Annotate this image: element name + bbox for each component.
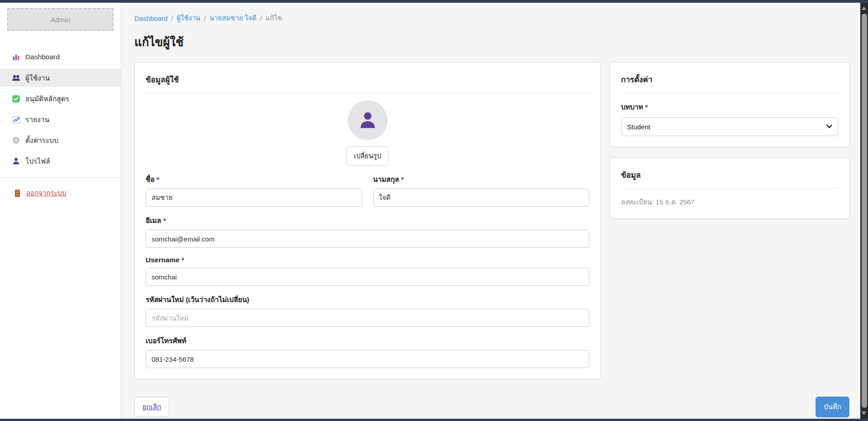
first-name-input[interactable] [146, 189, 362, 207]
form-actions: ยกเลิก บันทึก [134, 397, 849, 417]
username-input[interactable] [146, 268, 589, 286]
sidebar-item-approve-courses[interactable]: อนุมัติหลักสูตร [0, 90, 121, 108]
right-column: การตั้งค่า บทบาท * Student [610, 62, 849, 219]
breadcrumb: Dashboard / ผู้ใช้งาน / นายสมชาย ใจดี / … [134, 13, 849, 24]
brand-label: Admin [51, 16, 70, 24]
breadcrumb-user-name[interactable]: นายสมชาย ใจดี [209, 13, 256, 24]
scrollbar-thumb[interactable] [862, 14, 867, 408]
door-icon [14, 189, 21, 198]
logout-label: ออกจากระบบ [26, 188, 66, 199]
browser-top-edge [0, 0, 868, 3]
sidebar-item-label: Dashboard [25, 53, 60, 61]
first-name-field-group: ชื่อ * [146, 174, 362, 207]
role-select[interactable]: Student [621, 117, 838, 136]
sidebar-item-label: ผู้ใช้งาน [25, 72, 50, 84]
sidebar-item-label: อนุมัติหลักสูตร [25, 93, 69, 104]
save-button[interactable]: บันทึก [816, 397, 849, 417]
sidebar: Admin Dashboard [0, 3, 121, 419]
scroll-down-arrow-icon[interactable] [862, 412, 866, 415]
page-title: แก้ไขผู้ใช้ [134, 33, 849, 51]
sidebar-divider [0, 177, 121, 178]
password-label: รหัสผ่านใหม่ (เว้นว่างถ้าไม่เปลี่ยน) [146, 294, 589, 305]
vertical-scrollbar[interactable] [860, 3, 868, 419]
sidebar-item-system-settings[interactable]: ตั้งค่าระบบ [0, 131, 121, 149]
new-password-input[interactable] [146, 309, 589, 327]
person-icon [357, 110, 378, 131]
line-chart-icon [12, 115, 20, 124]
gear-icon [12, 136, 20, 145]
bar-chart-icon [12, 53, 20, 61]
username-field-group: Username * [146, 256, 589, 286]
breadcrumb-current: แก้ไข [266, 13, 282, 24]
browser-bottom-edge [0, 419, 868, 421]
brand-placeholder: Admin [7, 8, 114, 31]
required-asterisk: * [181, 256, 184, 264]
check-icon [12, 95, 20, 103]
logout-link[interactable]: ออกจากระบบ [0, 188, 121, 199]
required-asterisk: * [645, 103, 648, 111]
sidebar-item-reports[interactable]: รายงาน [0, 110, 121, 128]
sidebar-item-label: โปรไฟล์ [25, 156, 50, 167]
last-name-label: นามสกุล * [373, 174, 590, 185]
cancel-button[interactable]: ยกเลิก [134, 397, 169, 417]
password-field-group: รหัสผ่านใหม่ (เว้นว่างถ้าไม่เปลี่ยน) [146, 294, 589, 327]
phone-label: เบอร์โทรศัพท์ [146, 335, 589, 346]
required-asterisk: * [401, 175, 404, 183]
scroll-up-arrow-icon[interactable] [862, 6, 866, 10]
sidebar-item-label: รายงาน [25, 114, 49, 125]
info-card: ข้อมูล ลงทะเบียน: 15 ธ.ค. 2567 [610, 157, 849, 219]
breadcrumb-separator: / [171, 14, 173, 22]
breadcrumb-users[interactable]: ผู้ใช้งาน [177, 13, 200, 24]
card-title-settings: การตั้งค่า [621, 73, 838, 93]
phone-input[interactable] [146, 350, 589, 368]
required-asterisk: * [157, 175, 159, 183]
change-photo-button[interactable]: เปลี่ยนรูป [346, 147, 388, 166]
main-content: Dashboard / ผู้ใช้งาน / นายสมชาย ใจดี / … [122, 3, 860, 419]
person-icon [12, 157, 20, 166]
breadcrumb-separator: / [204, 14, 206, 22]
last-name-input[interactable] [373, 189, 590, 207]
sidebar-item-dashboard[interactable]: Dashboard [0, 48, 121, 66]
avatar [348, 100, 388, 140]
sidebar-item-profile[interactable]: โปรไฟล์ [0, 152, 121, 170]
breadcrumb-separator: / [260, 14, 262, 22]
role-field-group: บทบาท * Student [621, 101, 838, 136]
users-icon [12, 74, 20, 82]
email-field-group: อีเมล * [146, 215, 589, 248]
user-info-card: ข้อมูลผู้ใช้ เปลี่ยนรูป ชื่อ * [134, 62, 601, 379]
required-asterisk: * [163, 217, 166, 224]
username-label: Username * [146, 256, 589, 264]
email-label: อีเมล * [146, 215, 589, 226]
role-label: บทบาท * [621, 101, 838, 113]
sidebar-item-label: ตั้งค่าระบบ [25, 135, 58, 146]
card-title-info: ข้อมูล [621, 169, 838, 189]
phone-field-group: เบอร์โทรศัพท์ [146, 335, 589, 368]
breadcrumb-dashboard[interactable]: Dashboard [134, 14, 167, 22]
sidebar-item-users[interactable]: ผู้ใช้งาน [0, 69, 121, 87]
first-name-label: ชื่อ * [146, 174, 362, 185]
settings-card: การตั้งค่า บทบาท * Student [610, 62, 849, 147]
last-name-field-group: นามสกุล * [373, 174, 590, 207]
email-input[interactable] [146, 230, 589, 248]
sidebar-nav: Dashboard ผู้ใช้งาน อนุมัติหลักสูตร [0, 48, 121, 170]
registered-date-text: ลงทะเบียน: 15 ธ.ค. 2567 [621, 197, 838, 208]
card-title-user-info: ข้อมูลผู้ใช้ [146, 73, 589, 93]
